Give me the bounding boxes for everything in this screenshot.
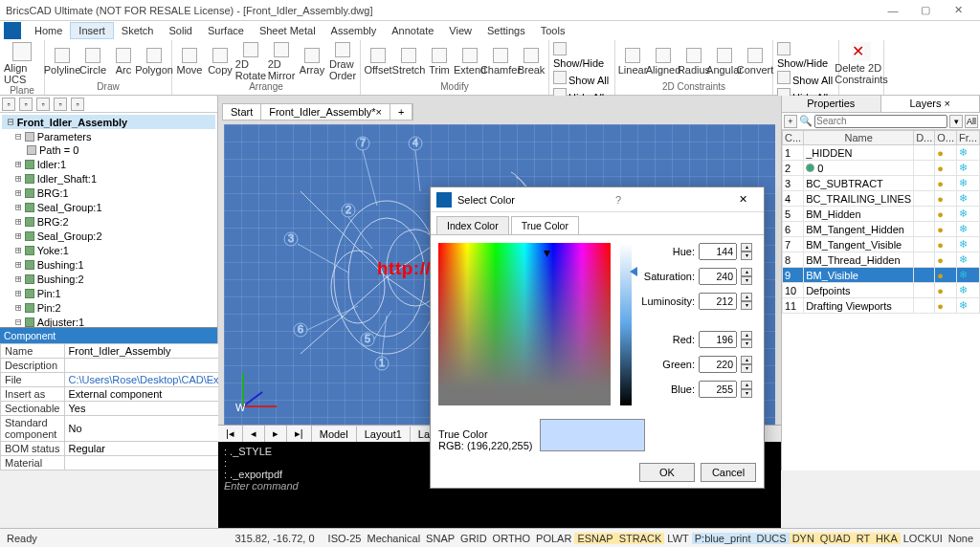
layer-row[interactable]: 5BM_Hidden●❄🔓 White xyxy=(783,207,981,222)
ribbon-side-item[interactable]: Show All xyxy=(777,71,833,86)
minimize-icon[interactable]: — xyxy=(877,1,909,20)
tree-node[interactable]: ⊟ Adjuster:1 xyxy=(2,315,215,327)
status-chip[interactable]: LOCKUI xyxy=(901,533,946,544)
status-chip[interactable]: DYN xyxy=(790,533,817,544)
layer-row[interactable]: 1_HIDDEN●❄🔓 White xyxy=(783,145,981,161)
ribbon-item[interactable]: Copy xyxy=(207,48,234,76)
layers-table[interactable]: C...NameD...O...Fr...Lo...Color1_HIDDEN●… xyxy=(782,130,980,314)
status-chip[interactable]: ESNAP xyxy=(574,533,615,544)
menu-tab-surface[interactable]: Surface xyxy=(200,23,252,38)
status-chip[interactable]: ISO-25 xyxy=(325,533,365,544)
ribbon-item[interactable]: Polygon xyxy=(141,48,167,76)
layout-nav-button[interactable]: |◂ xyxy=(218,426,243,442)
ribbon-side-item[interactable]: Show/Hide xyxy=(777,42,835,69)
tree-node[interactable]: ⊞ BRG:2 xyxy=(2,214,215,229)
hue-input[interactable] xyxy=(699,243,737,260)
layer-row[interactable]: 4BC_TRAILING_LINES●❄🔓 White xyxy=(783,191,981,207)
layer-filter-button[interactable]: ▾ xyxy=(949,115,963,128)
layer-row[interactable]: 3BC_SUBTRACT●❄🔓 Red xyxy=(783,176,981,191)
green-input[interactable] xyxy=(699,356,737,373)
status-chip[interactable]: GRID xyxy=(457,533,490,544)
luminosity-slider[interactable] xyxy=(620,243,632,405)
ribbon-item[interactable]: Extend xyxy=(457,48,483,76)
menu-tab-sheet-metal[interactable]: Sheet Metal xyxy=(252,23,323,38)
menu-tab-sketch[interactable]: Sketch xyxy=(114,23,162,38)
ribbon-item[interactable]: Chamfer xyxy=(487,48,514,76)
ribbon-item[interactable]: Break xyxy=(518,48,545,76)
ribbon-item[interactable]: Arc xyxy=(110,48,137,76)
status-chip[interactable]: LWT xyxy=(664,533,691,544)
ribbon-item[interactable]: Draw Order xyxy=(329,42,356,81)
app-logo-icon[interactable] xyxy=(4,22,21,39)
toolbar-btn[interactable]: ▫ xyxy=(36,98,50,111)
ribbon-item[interactable]: Aligned xyxy=(650,48,677,76)
layout-tab[interactable]: Model xyxy=(312,427,357,442)
slider-knob-icon[interactable] xyxy=(630,267,637,276)
status-chip[interactable]: P:blue_print xyxy=(692,533,754,544)
color-spectrum[interactable]: ▾ xyxy=(438,243,611,405)
dialog-tab[interactable]: Index Color xyxy=(436,216,509,234)
delete-constraints-button[interactable]: ✕Delete 2D Constraints xyxy=(843,42,880,85)
ribbon-item[interactable]: Linear xyxy=(619,48,646,76)
menu-tab-home[interactable]: Home xyxy=(27,23,70,38)
menu-tab-annotate[interactable]: Annotate xyxy=(384,23,441,38)
ribbon-item[interactable]: Circle xyxy=(79,48,106,76)
ribbon-item[interactable]: Radius xyxy=(680,48,707,76)
layer-row[interactable]: 7BM_Tangent_Visible●❄🔓 White xyxy=(783,237,981,252)
menu-tab-tools[interactable]: Tools xyxy=(533,23,573,38)
layer-all-button[interactable]: All xyxy=(965,115,978,128)
layer-row[interactable]: 8BM_Thread_Hidden●❄🔓 White xyxy=(783,252,981,268)
layer-row[interactable]: 10Defpoints●❄🔓 White xyxy=(783,283,981,298)
layout-tab[interactable]: Layout1 xyxy=(357,427,411,442)
status-chip[interactable]: ORTHO xyxy=(490,533,534,544)
align-ucs-button[interactable]: Align UCS xyxy=(4,42,40,85)
menu-tab-view[interactable]: View xyxy=(441,23,479,38)
spin-down-icon[interactable]: ▾ xyxy=(741,276,752,285)
status-chip[interactable]: POLAR xyxy=(533,533,574,544)
tree-node[interactable]: Path = 0 xyxy=(2,143,215,157)
file-tab[interactable]: Start xyxy=(223,104,261,120)
spin-up-icon[interactable]: ▴ xyxy=(741,331,752,339)
tree-node[interactable]: ⊞ Yoke:1 xyxy=(2,243,215,257)
panel-tab-properties[interactable]: Properties xyxy=(782,96,881,112)
spin-down-icon[interactable]: ▾ xyxy=(741,252,752,260)
spin-down-icon[interactable]: ▾ xyxy=(741,364,752,373)
close-icon[interactable]: ✕ xyxy=(942,1,974,20)
status-chip[interactable]: SNAP xyxy=(423,533,457,544)
blue-input[interactable] xyxy=(699,381,737,398)
red-input[interactable] xyxy=(699,331,737,348)
status-chip[interactable]: DUCS xyxy=(753,533,789,544)
status-chip[interactable]: RT xyxy=(854,533,873,544)
layout-nav-button[interactable]: ▸ xyxy=(265,426,287,442)
tree-node[interactable]: ⊞ Idler_Shaft:1 xyxy=(2,171,215,186)
tree-node[interactable]: ⊞ Pin:2 xyxy=(2,300,215,315)
menu-tab-insert[interactable]: Insert xyxy=(70,22,114,39)
layer-new-icon[interactable]: + xyxy=(784,115,797,128)
ribbon-item[interactable]: 2D Mirror xyxy=(268,42,295,81)
toolbar-btn[interactable]: ▫ xyxy=(19,98,33,111)
status-chip[interactable]: HKA xyxy=(873,533,901,544)
saturation-input[interactable] xyxy=(699,268,737,285)
spin-up-icon[interactable]: ▴ xyxy=(741,243,752,252)
menu-tab-assembly[interactable]: Assembly xyxy=(323,23,385,38)
tree-node[interactable]: ⊞ Bushing:1 xyxy=(2,257,215,272)
status-chip[interactable]: None xyxy=(946,533,976,544)
toolbar-btn[interactable]: ▫ xyxy=(2,98,15,111)
spin-up-icon[interactable]: ▴ xyxy=(741,356,752,364)
toolbar-btn[interactable]: ▫ xyxy=(54,98,67,111)
status-chip[interactable]: Mechanical xyxy=(364,533,423,544)
layout-nav-button[interactable]: ◂ xyxy=(243,426,265,442)
tree-node[interactable]: ⊞ Idler:1 xyxy=(2,157,215,171)
file-tab[interactable]: Front_Idler_Assembly* × xyxy=(261,104,390,120)
cancel-button[interactable]: Cancel xyxy=(701,463,756,482)
spin-down-icon[interactable]: ▾ xyxy=(741,389,752,398)
tree-node[interactable]: ⊞ Seal_Group:2 xyxy=(2,229,215,243)
ribbon-item[interactable]: Polyline xyxy=(49,48,76,76)
ribbon-side-item[interactable]: Show/Hide xyxy=(553,42,611,69)
layer-row[interactable]: 2 0●❄🔓 RGB:196 xyxy=(783,161,981,176)
new-tab-button[interactable]: + xyxy=(390,104,412,120)
component-tree[interactable]: ⊟ Front_Idler_Assembly ⊟ Parameters Path… xyxy=(0,113,217,327)
status-chip[interactable]: STRACK xyxy=(616,533,665,544)
panel-tab-layers[interactable]: Layers × xyxy=(881,96,981,112)
layer-row[interactable]: 9BM_Visible●❄🔓 25 xyxy=(783,268,981,283)
